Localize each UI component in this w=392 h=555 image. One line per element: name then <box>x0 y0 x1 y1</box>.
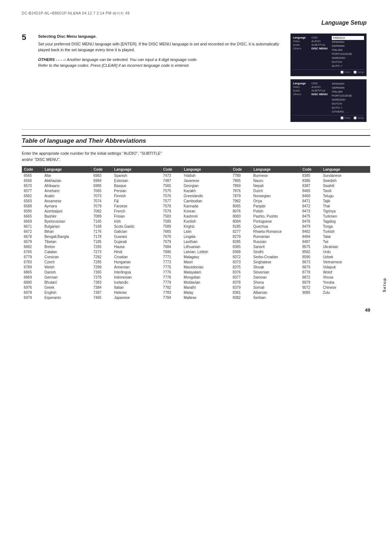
cell-lang-4: Serbian <box>252 295 301 300</box>
table-row: 6590Azerbaijani7082French7579Korean8076P… <box>22 208 370 214</box>
cell-code-1: 6672 <box>22 229 43 234</box>
cell-code-3: 7784 <box>161 295 182 300</box>
table-row: 6789Welsh7289Armenian7775Macedonian8375S… <box>22 264 370 270</box>
cell-code-1: 6979 <box>22 295 43 300</box>
cell-lang-4: Nauru <box>252 178 301 183</box>
setup-label: Setup <box>382 278 387 292</box>
cell-lang-3: Korean <box>182 208 231 214</box>
menu2-disc-menu: DISC MENU <box>311 93 330 96</box>
cell-lang-1: Esperanto <box>42 295 91 300</box>
cell-lang-1: Arabic <box>42 193 91 198</box>
divider <box>22 129 370 130</box>
cell-lang-5: Xhosa <box>321 275 370 280</box>
cell-lang-4: Slovak <box>252 264 301 270</box>
table-row: 6672Bihari7176Galician7665Latin8277Rhaet… <box>22 229 370 234</box>
lang-spanish: SPANISH <box>332 40 364 44</box>
cell-code-1: 6669 <box>22 219 43 224</box>
cell-code-1: 6678 <box>22 234 43 239</box>
cell-code-2: 7384 <box>91 285 112 290</box>
cell-code-3: 7578 <box>161 203 182 208</box>
cell-lang-3: Javanese <box>182 178 231 183</box>
cell-code-1: 6890 <box>22 280 43 285</box>
cell-code-3: 7565 <box>161 183 182 188</box>
cell-lang-1: Azerbaijani <box>42 208 91 214</box>
cell-lang-3: Greenlandic <box>182 193 231 198</box>
cell-code-5: 8471 <box>301 198 321 203</box>
cell-lang-4: Portuguese <box>252 219 301 224</box>
step-body: Set your preferred DISC MENU language wi… <box>38 42 279 52</box>
menu-disc-menu: DISC MENU <box>311 47 330 50</box>
cell-lang-2: Armenian <box>112 264 161 270</box>
menu2-subtitle: SUBTITLE <box>311 89 330 92</box>
cell-lang-3: Kazakh <box>182 188 231 193</box>
cell-code-5: 8476 <box>301 219 321 224</box>
col-header-code2: Code <box>91 166 112 173</box>
cell-lang-5: Chinese <box>321 285 370 290</box>
cell-lang-4: Sansrit <box>252 244 301 249</box>
col-header-lang5: Language <box>321 166 370 173</box>
cell-code-3: 7678 <box>161 234 182 239</box>
col-header-code1: Code <box>22 166 43 173</box>
sidebar-video: Video <box>293 40 309 43</box>
table-row: 6765Catalan7273Hindi7686Latvian, Lettish… <box>22 249 370 254</box>
cell-code-4: 8279 <box>231 234 252 239</box>
cell-lang-1: Tibetan <box>42 239 91 244</box>
cell-code-4: 7982 <box>231 198 252 203</box>
cell-code-4: 7879 <box>231 193 252 198</box>
cell-lang-5: Swahili <box>321 183 370 188</box>
cell-code-4: 8373 <box>231 259 252 264</box>
menu-subtitle: SUBTITLE <box>311 43 330 46</box>
cell-code-2: 7282 <box>91 254 112 259</box>
cell-lang-1: Greek <box>42 285 91 290</box>
step-title: Selecting Disc Menu language. <box>38 33 283 40</box>
cell-lang-3: Kurdish <box>182 219 231 224</box>
cell-lang-2: Italian <box>112 285 161 290</box>
cell-lang-3: Cambodian <box>182 198 231 203</box>
cell-lang-2: Gujarati <box>112 239 161 244</box>
cell-code-1: 6588 <box>22 203 43 208</box>
cell-code-2: 7383 <box>91 280 112 285</box>
cell-lang-4: Samoan <box>252 275 301 280</box>
lang2-auto: AUTO ✓ <box>332 106 364 110</box>
step-number: 5 <box>22 33 31 122</box>
cell-lang-5: Tagalog <box>321 219 370 224</box>
cell-lang-4: Norwegian <box>252 193 301 198</box>
cell-code-4: 8083 <box>231 214 252 219</box>
cell-code-2: 7074 <box>91 198 112 203</box>
cell-lang-4: Russian <box>252 239 301 244</box>
cell-lang-2: Faroese <box>112 203 161 208</box>
cell-lang-3: Macedonian <box>182 264 231 270</box>
lang2-swedish: SWEDISH <box>332 98 364 102</box>
cell-lang-5: Yoruba <box>321 280 370 285</box>
sidebar2-video: Video <box>293 85 309 89</box>
cell-lang-1: Bulgarian <box>42 224 91 229</box>
cell-code-1: 6765 <box>22 249 43 254</box>
cell-code-2: 7289 <box>91 264 112 270</box>
col-header-code3: Code <box>161 166 182 173</box>
cell-lang-5: Telugu <box>321 193 370 198</box>
cell-code-5: 8482 <box>301 229 321 234</box>
cell-lang-4: Pashto, Pushto <box>252 214 301 219</box>
cell-lang-5: Tigrinya <box>321 208 370 214</box>
lang-french: FRENCH <box>332 36 364 40</box>
cell-code-3: 7585 <box>161 219 182 224</box>
cell-lang-2: Guarani <box>112 234 161 239</box>
cell-code-4: 8376 <box>231 270 252 275</box>
cell-code-5: 8979 <box>301 280 321 285</box>
cell-code-2: 7185 <box>91 239 112 244</box>
cell-lang-1: Byelorussian <box>42 219 91 224</box>
cell-code-2: 7178 <box>91 234 112 239</box>
cell-code-1: 6583 <box>22 198 43 203</box>
table-row: 6869German7378Indonesian7778Mongolian837… <box>22 275 370 280</box>
cell-lang-2: Hindi <box>112 249 161 254</box>
sidebar2-others: Others <box>293 93 309 96</box>
cell-code-2: 7073 <box>91 193 112 198</box>
others-title: OTHERS - - - -: <box>38 57 66 62</box>
cell-code-4: 8368 <box>231 249 252 254</box>
cell-code-3: 7779 <box>161 280 182 285</box>
cell-lang-3: Kashmiri <box>182 214 231 219</box>
cell-code-3: 7579 <box>161 208 182 214</box>
cell-lang-1: Czech <box>42 259 91 264</box>
cell-lang-4: Serbo-Croatian <box>252 254 301 259</box>
cell-code-2: 7082 <box>91 208 112 214</box>
